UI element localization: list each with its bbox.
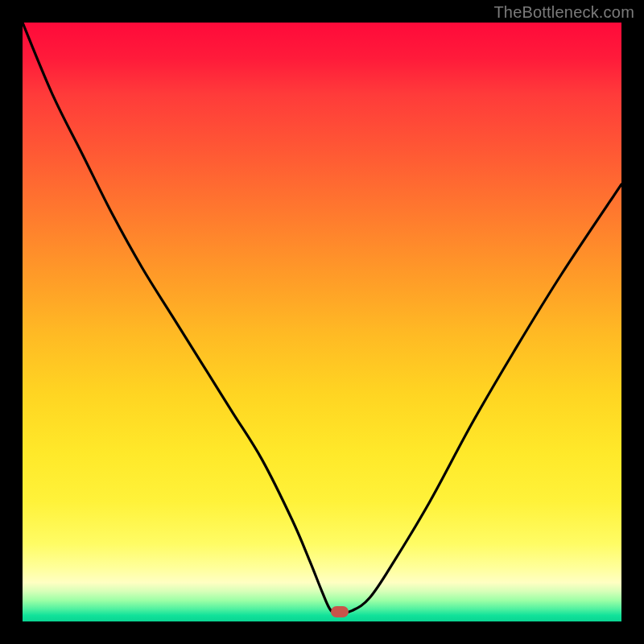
optimal-point-marker (331, 606, 349, 617)
bottleneck-curve (23, 23, 621, 621)
chart-frame: TheBottleneck.com (0, 0, 644, 644)
plot-area (23, 23, 621, 621)
watermark-text: TheBottleneck.com (493, 3, 634, 22)
